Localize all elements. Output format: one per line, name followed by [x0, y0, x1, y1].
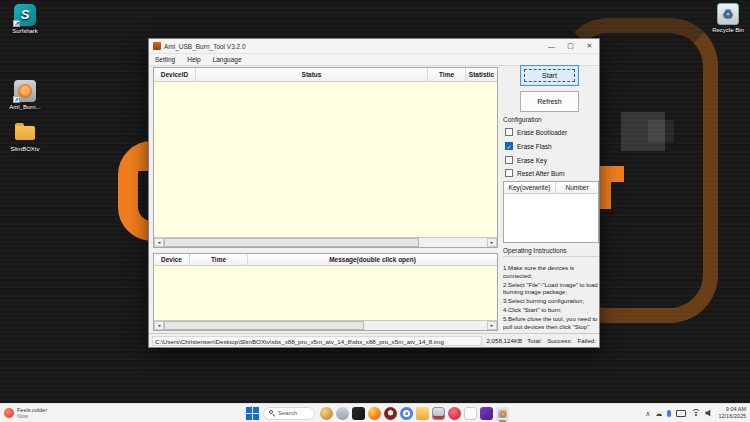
checkbox-icon[interactable]: ✓ [505, 142, 513, 150]
taskbar-icon-task-view[interactable] [352, 407, 365, 420]
checkbox-label: Reset After Burn [517, 170, 565, 177]
wifi-icon[interactable] [691, 409, 700, 417]
message-table-hscrollbar[interactable]: ◄ ► [154, 320, 497, 330]
operating-instructions-title: Operating Instructions [503, 247, 567, 254]
start-button[interactable]: Start [520, 65, 579, 86]
recycle-bin-icon: ♻ [717, 3, 739, 25]
col-time[interactable]: Time [428, 68, 466, 81]
folder-icon [14, 122, 36, 144]
desktop-icon-label: Surfshark [2, 28, 48, 35]
menu-language[interactable]: Language [207, 54, 248, 65]
tray-clock[interactable]: 9:04 AM12/16/2025 [718, 406, 746, 419]
refresh-button[interactable]: Refresh [520, 91, 579, 112]
col-msg-time[interactable]: Time [190, 254, 248, 265]
scroll-left-arrow-icon[interactable]: ◄ [154, 321, 164, 330]
device-table: DeviceID Status Time Statistic ◄ ► [153, 67, 498, 248]
weather-widget[interactable]: Feels colderNow [4, 404, 47, 422]
col-statistic[interactable]: Statistic [466, 68, 497, 81]
instruction-line: 2.Select "File"-"Load image" to load bur… [503, 282, 600, 298]
keyboard-icon[interactable] [676, 410, 686, 417]
checkbox-label: Erase Key [517, 157, 547, 164]
scroll-right-arrow-icon[interactable]: ► [487, 321, 497, 330]
col-device[interactable]: Device [154, 254, 190, 265]
col-number[interactable]: Number [556, 182, 598, 193]
key-table: Key(overwrite) Number [503, 181, 599, 243]
taskbar-icon-firefox[interactable] [368, 407, 381, 420]
col-message[interactable]: Message(double click open) [248, 254, 497, 265]
search-box[interactable]: Search [263, 407, 315, 420]
checkbox-erase-key[interactable]: Erase Key [505, 156, 547, 164]
weather-alert-icon [4, 408, 14, 418]
col-status[interactable]: Status [196, 68, 428, 81]
image-path-text: C:\Users\Christensen\Desktop\SlimBOXtv\s… [152, 336, 482, 346]
col-key-overwrite[interactable]: Key(overwrite) [504, 182, 556, 193]
taskbar-icon-brave[interactable] [384, 407, 397, 420]
taskbar-icon-snip-tool[interactable] [464, 407, 477, 420]
search-placeholder: Search [278, 410, 297, 416]
checkbox-icon[interactable] [505, 169, 513, 177]
tray-date: 12/16/2025 [718, 413, 746, 419]
taskbar: Feels colderNow Search ∧ ☁ 9:04 AM12/16/… [0, 403, 750, 422]
instruction-line: 5.Before close the tool, you need to pul… [503, 316, 600, 332]
maximize-button[interactable]: ▢ [561, 39, 580, 53]
checkbox-erase-bootloader[interactable]: Erase Bootloader [505, 128, 567, 136]
message-table-header: Device Time Message(double click open) [154, 254, 497, 266]
taskbar-icon-app-red[interactable] [448, 407, 461, 420]
desktop-icon-label: Recycle Bin [705, 27, 750, 34]
taskbar-icon-burn-tool[interactable] [496, 407, 509, 420]
totals-text: Total: Success: Failed: [527, 337, 596, 344]
scroll-left-arrow-icon[interactable]: ◄ [154, 238, 164, 247]
volume-icon[interactable] [705, 409, 713, 417]
minimize-button[interactable]: — [542, 39, 561, 53]
device-table-header: DeviceID Status Time Statistic [154, 68, 497, 82]
onedrive-cloud-icon[interactable]: ☁ [655, 410, 662, 417]
checkbox-label: Erase Bootloader [517, 129, 567, 136]
tray-time: 9:04 AM [726, 406, 746, 412]
image-size-text: 2,058,124KB [486, 337, 522, 344]
taskbar-icon-store[interactable] [432, 407, 445, 420]
desktop-icon-slimboxtv[interactable]: SlimBOXtv [2, 122, 48, 153]
weather-condition: Feels colder [17, 407, 47, 413]
checkbox-erase-flash[interactable]: ✓ Erase Flash [505, 142, 552, 150]
desktop: S↗ Surfshark SlimBOXtv ↗ Aml_Burn... ♻ R… [0, 0, 750, 422]
burn-app-icon: ↗ [14, 80, 36, 102]
taskbar-icon-widgets[interactable] [336, 407, 349, 420]
desktop-icon-aml-burn[interactable]: ↗ Aml_Burn... [2, 80, 48, 111]
menu-help[interactable]: Help [181, 54, 206, 65]
app-icon [153, 42, 161, 50]
taskbar-icon-app-purple[interactable] [480, 407, 493, 420]
scroll-right-arrow-icon[interactable]: ► [487, 238, 497, 247]
message-table: Device Time Message(double click open) ◄… [153, 253, 498, 331]
configuration-label: Configuration [503, 116, 542, 123]
desktop-icon-recycle-bin[interactable]: ♻ Recycle Bin [705, 3, 750, 34]
col-deviceid[interactable]: DeviceID [154, 68, 196, 81]
burn-tool-window: Aml_USB_Burn_Tool V3.2.0 — ▢ ✕ Setting H… [148, 38, 600, 348]
checkbox-icon[interactable] [505, 128, 513, 136]
shortcut-arrow-icon: ↗ [13, 96, 20, 103]
title-bar[interactable]: Aml_USB_Burn_Tool V3.2.0 — ▢ ✕ [149, 39, 599, 54]
focus-rect [524, 69, 575, 82]
weather-sub: Now [17, 413, 28, 419]
scroll-thumb[interactable] [164, 238, 419, 247]
taskbar-icon-copilot[interactable] [320, 407, 333, 420]
wallpaper-gray-square-2 [648, 120, 674, 142]
menu-setting[interactable]: Setting [149, 54, 181, 65]
desktop-icon-label: SlimBOXtv [2, 146, 48, 153]
microphone-icon[interactable] [667, 410, 671, 417]
status-totals: 2,058,124KB Total: Success: Failed: [486, 337, 596, 344]
scroll-thumb[interactable] [164, 321, 364, 330]
taskbar-icon-file-explorer[interactable] [416, 407, 429, 420]
desktop-icon-surfshark[interactable]: S↗ Surfshark [2, 4, 48, 35]
device-table-hscrollbar[interactable]: ◄ ► [154, 237, 497, 247]
close-button[interactable]: ✕ [580, 39, 599, 53]
chevron-up-icon[interactable]: ∧ [645, 410, 650, 417]
checkbox-reset-after-burn[interactable]: Reset After Burn [505, 169, 565, 177]
operating-instructions-text: 1.Make sure the devices is connected; 2.… [503, 265, 600, 332]
start-menu-button[interactable] [245, 406, 259, 420]
checkbox-icon[interactable] [505, 156, 513, 164]
refresh-button-label: Refresh [537, 98, 562, 105]
taskbar-icon-chrome[interactable] [400, 407, 413, 420]
window-title: Aml_USB_Burn_Tool V3.2.0 [164, 43, 246, 50]
instruction-line: 1.Make sure the devices is connected; [503, 265, 600, 281]
shortcut-arrow-icon: ↗ [13, 20, 20, 27]
